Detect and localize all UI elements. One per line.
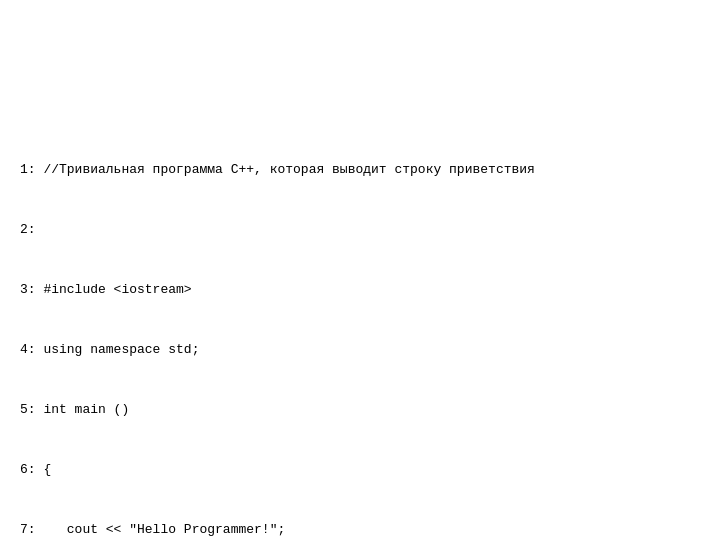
code-block: 1: //Тривиальная программа С++, которая …	[0, 0, 555, 540]
code-line-7: 7: cout << "Hello Programmer!";	[20, 520, 535, 540]
code-line-2: 2:	[20, 220, 535, 240]
code-line-4: 4: using namespace std;	[20, 340, 535, 360]
code-line-3: 3: #include <iostream>	[20, 280, 535, 300]
code-line-6: 6: {	[20, 460, 535, 480]
code-line-1: 1: //Тривиальная программа С++, которая …	[20, 160, 535, 180]
code-line-5: 5: int main ()	[20, 400, 535, 420]
